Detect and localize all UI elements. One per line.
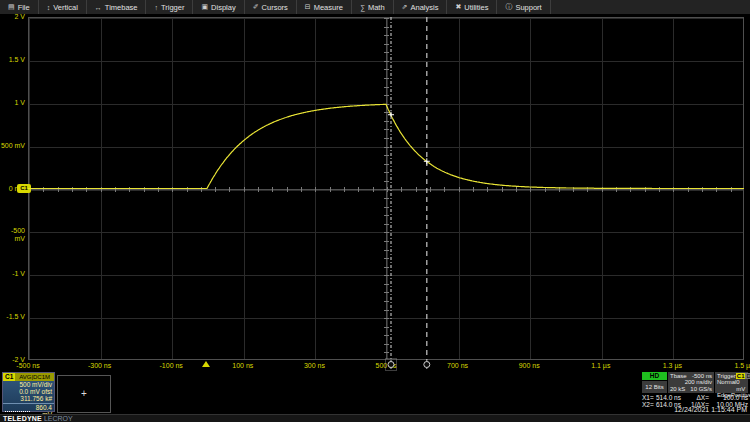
menu-item-label: Support xyxy=(515,3,541,12)
cursor-pencil-icon: ✐ xyxy=(253,3,259,11)
y-axis-label: 2 V xyxy=(0,13,25,21)
channel-scale: 500 mV/div xyxy=(3,381,54,388)
menu-item-utilities[interactable]: ✖Utilities xyxy=(447,0,497,14)
channel-mode-label: AVG|DC1M xyxy=(15,373,54,381)
timebase-samples: 20 kS xyxy=(670,386,685,392)
menu-item-label: Analysis xyxy=(410,3,438,12)
y-axis-label: -1.5 V xyxy=(0,313,25,321)
timebase-box[interactable]: Tbase -500 ns 200 ns/div 20 kS 10 GS/s xyxy=(668,372,714,393)
channel-zero-level-marker[interactable]: C1 xyxy=(17,184,31,193)
menu-item-label: File xyxy=(18,3,30,12)
channel-c1-descriptor-box[interactable]: C1 AVG|DC1M 500 mV/div 0.0 mV ofst 311.7… xyxy=(2,372,55,412)
menu-item-label: Cursors xyxy=(262,3,288,12)
menu-bar: ▤File↕Vertical↔Timebase↑Trigger▣Display✐… xyxy=(0,0,750,15)
channel-sweeps: 311.756 k# xyxy=(3,395,54,402)
horizontal-arrows-icon: ↔ xyxy=(95,4,102,11)
brand-logo: TELEDYNE LECROY xyxy=(3,415,73,422)
menu-item-label: Math xyxy=(368,3,385,12)
cursor-x2-handle[interactable] xyxy=(424,362,430,368)
menu-item-label: Timebase xyxy=(105,3,138,12)
hd-bits-label: 12 Bits xyxy=(642,381,667,393)
measure-icon: ⊟ xyxy=(305,3,311,11)
menu-item-file[interactable]: ▤File xyxy=(0,0,39,14)
x-axis-label: -500 ns xyxy=(16,362,39,369)
menu-item-label: Vertical xyxy=(53,3,78,12)
math-icon: ∑ xyxy=(360,4,365,11)
plus-icon: + xyxy=(81,388,87,399)
oscilloscope-app: { "menu": {"items": [ {"label":"File","i… xyxy=(0,0,750,422)
x-axis-label: 300 ns xyxy=(304,362,325,369)
support-icon: ⓘ xyxy=(505,2,512,12)
menu-item-math[interactable]: ∑Math xyxy=(352,0,394,14)
display-icon: ▣ xyxy=(201,3,208,11)
center-vertical-ticks xyxy=(384,18,389,359)
menu-item-label: Measure xyxy=(314,3,343,12)
cursor1-style-icon xyxy=(5,411,30,412)
brand-lecroy: LECROY xyxy=(44,415,73,422)
datetime-stamp: 12/24/2021 1:15:44 PM xyxy=(674,406,747,413)
trigger-coupling: DC xyxy=(745,373,750,379)
y-axis-label: 1 V xyxy=(0,99,25,107)
trigger-edge-icon: ↑ xyxy=(154,4,158,11)
trigger-mode: Normal xyxy=(717,379,736,392)
menu-item-label: Display xyxy=(211,3,236,12)
brand-bar: TELEDYNE LECROY xyxy=(0,414,750,422)
analysis-icon: ⇗ xyxy=(402,3,408,11)
channel-offset: 0.0 mV ofst xyxy=(3,388,54,395)
x-axis-label: 1.5 µs xyxy=(734,362,750,369)
y-axis-label: 1.5 V xyxy=(0,56,25,64)
x-axis-label: 100 ns xyxy=(232,362,253,369)
y-axis-label: -500 mV xyxy=(0,227,25,243)
y-axis-label: 500 mV xyxy=(0,142,25,150)
channel-c1-badge: C1 xyxy=(3,373,15,381)
acquisition-mode-box[interactable]: HD 12 Bits xyxy=(642,372,667,393)
x-axis-label: 500 ns xyxy=(375,362,396,369)
vertical-arrows-icon: ↕ xyxy=(47,4,51,11)
x-axis-label: -100 ns xyxy=(160,362,183,369)
x-axis-label: -300 ns xyxy=(88,362,111,369)
menu-item-display[interactable]: ▣Display xyxy=(193,0,244,14)
menu-item-vertical[interactable]: ↕Vertical xyxy=(39,0,87,14)
menu-item-cursors[interactable]: ✐Cursors xyxy=(245,0,297,14)
waveform-grid[interactable] xyxy=(28,17,744,360)
menu-item-label: Utilities xyxy=(464,3,488,12)
x2-label: X2= xyxy=(642,402,656,409)
hd-mode-label: HD xyxy=(642,372,667,380)
menu-item-timebase[interactable]: ↔Timebase xyxy=(87,0,147,14)
trigger-level: 0 mV xyxy=(736,379,746,392)
menu-item-trigger[interactable]: ↑Trigger xyxy=(146,0,193,14)
file-icon: ▤ xyxy=(8,3,15,11)
y-axis-label: -1 V xyxy=(0,270,25,278)
trigger-box[interactable]: Trigger C1DC Normal 0 mV Edge Positive xyxy=(715,372,748,393)
utilities-icon: ✖ xyxy=(455,3,461,11)
x-axis-label: 700 ns xyxy=(447,362,468,369)
brand-teledyne: TELEDYNE xyxy=(3,415,42,422)
timebase-rate: 10 GS/s xyxy=(690,386,712,392)
x-axis-label: 1.3 µs xyxy=(663,362,682,369)
x-axis-label: 1.1 µs xyxy=(591,362,610,369)
menu-item-analysis[interactable]: ⇗Analysis xyxy=(394,0,448,14)
menu-item-measure[interactable]: ⊟Measure xyxy=(297,0,352,14)
add-trace-box[interactable]: + xyxy=(57,375,111,413)
x-axis-label: 900 ns xyxy=(519,362,540,369)
menu-item-support[interactable]: ⓘSupport xyxy=(497,0,550,14)
trigger-position-marker[interactable] xyxy=(202,361,210,367)
menu-item-label: Trigger xyxy=(161,3,184,12)
